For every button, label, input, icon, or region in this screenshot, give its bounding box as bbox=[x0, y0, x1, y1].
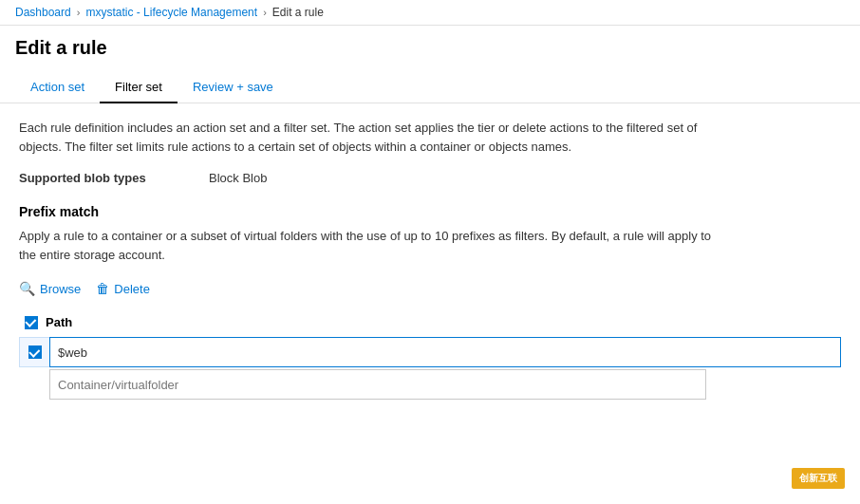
path-header-row: Path bbox=[19, 311, 841, 333]
prefix-match-title: Prefix match bbox=[19, 204, 841, 219]
tab-filter-set[interactable]: Filter set bbox=[100, 72, 178, 103]
blob-types-label: Supported blob types bbox=[19, 171, 209, 185]
page-header: Edit a rule Action set Filter set Review… bbox=[0, 26, 860, 103]
path-input[interactable] bbox=[49, 337, 841, 367]
breadcrumb-lifecycle[interactable]: mxystatic - Lifecycle Management bbox=[85, 6, 257, 19]
tab-bar: Action set Filter set Review + save bbox=[15, 72, 845, 103]
delete-label: Delete bbox=[114, 282, 150, 296]
tab-review-save[interactable]: Review + save bbox=[178, 72, 289, 103]
path-input-row bbox=[19, 337, 841, 367]
path-row-checkbox[interactable] bbox=[19, 337, 49, 367]
breadcrumb-current: Edit a rule bbox=[272, 6, 324, 19]
delete-icon: 🗑 bbox=[96, 281, 109, 296]
path-column-header: Path bbox=[46, 315, 72, 329]
path-select-all-checkbox[interactable] bbox=[25, 316, 38, 329]
main-content: Each rule definition includes an action … bbox=[0, 103, 860, 415]
breadcrumb-sep-1: › bbox=[77, 7, 81, 18]
breadcrumb-sep-2: › bbox=[263, 7, 267, 18]
prefix-match-description: Apply a rule to a container or a subset … bbox=[19, 227, 731, 264]
delete-button[interactable]: 🗑 Delete bbox=[96, 277, 150, 300]
browse-label: Browse bbox=[40, 282, 81, 296]
tab-action-set[interactable]: Action set bbox=[15, 72, 100, 103]
placeholder-row bbox=[19, 369, 841, 400]
browse-button[interactable]: 🔍 Browse bbox=[19, 277, 81, 300]
blob-types-row: Supported blob types Block Blob bbox=[19, 171, 841, 185]
breadcrumb-dashboard[interactable]: Dashboard bbox=[15, 6, 71, 19]
blob-types-value: Block Blob bbox=[209, 171, 267, 185]
action-buttons-row: 🔍 Browse 🗑 Delete bbox=[19, 277, 841, 300]
breadcrumb: Dashboard › mxystatic - Lifecycle Manage… bbox=[0, 0, 860, 26]
path-placeholder-input[interactable] bbox=[49, 369, 706, 400]
browse-icon: 🔍 bbox=[19, 281, 35, 296]
page-title: Edit a rule bbox=[15, 37, 845, 59]
filter-description: Each rule definition includes an action … bbox=[19, 119, 731, 156]
path-row-checkbox-inner bbox=[28, 345, 42, 359]
watermark: 创新互联 bbox=[792, 468, 845, 489]
